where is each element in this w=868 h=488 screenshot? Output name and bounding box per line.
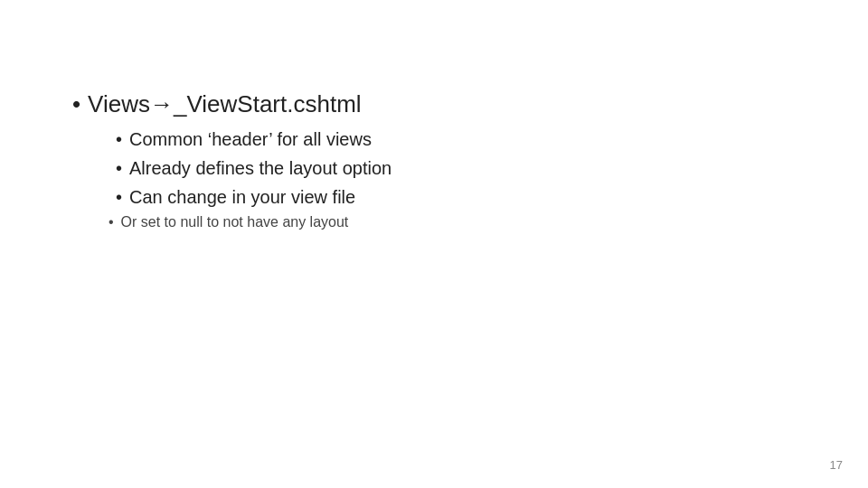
sub-sub-bullet-list: Or set to null to not have any layout <box>108 211 392 234</box>
sub-sub-item-0-text: Or set to null to not have any layout <box>121 211 349 234</box>
list-item: Can change in your view file <box>116 183 392 211</box>
main-bullet-text: Views→_ViewStart.cshtml <box>88 90 361 118</box>
sub-bullet-list: Common ‘header’ for all views Already de… <box>116 126 392 211</box>
main-bullet-filename: _ViewStart.cshtml <box>174 90 362 117</box>
main-bullet: • Views→_ViewStart.cshtml <box>72 90 392 118</box>
arrow-icon: → <box>150 90 174 117</box>
list-item: Already defines the layout option <box>116 155 392 182</box>
sub-item-0-text: Common ‘header’ for all views <box>129 126 372 153</box>
sub-item-1-text: Already defines the layout option <box>129 155 392 182</box>
sub-item-2-text: Can change in your view file <box>129 183 355 211</box>
main-bullet-dot: • <box>72 90 80 118</box>
main-bullet-prefix: Views <box>88 90 150 117</box>
slide-number: 17 <box>830 458 843 472</box>
slide: • Views→_ViewStart.cshtml Common ‘header… <box>0 0 868 488</box>
slide-content: • Views→_ViewStart.cshtml Common ‘header… <box>72 90 392 234</box>
list-item: Or set to null to not have any layout <box>108 211 392 234</box>
list-item: Common ‘header’ for all views <box>116 126 392 153</box>
